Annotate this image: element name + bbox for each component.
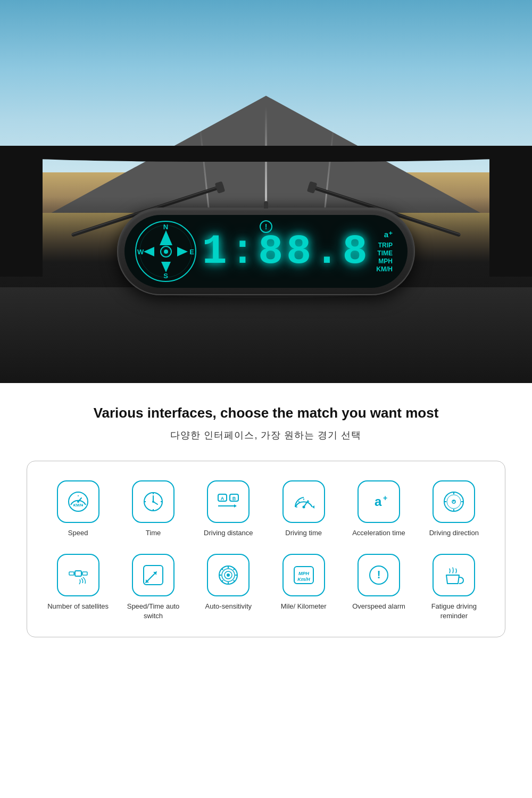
hud-antenna — [264, 201, 268, 209]
clock-icon — [142, 490, 165, 513]
svg-text:B: B — [232, 496, 236, 501]
speed-label: Speed — [68, 528, 88, 538]
compass-arrow-west — [144, 247, 154, 256]
features-container: KM/H Speed — [27, 461, 505, 638]
feature-time: Time — [118, 480, 188, 538]
fatigue-label: Fatigue driving reminder — [419, 602, 489, 621]
satellites-label: Number of satellites — [47, 602, 109, 611]
driving-distance-icon-box: A B — [207, 480, 250, 523]
gauge-icon — [292, 490, 315, 513]
fatigue-icon-box — [433, 554, 475, 596]
feature-mile-km: MPH Km/H Mile/ Kilometer — [269, 554, 338, 621]
svg-marker-20 — [234, 504, 237, 508]
svg-point-3 — [77, 501, 79, 503]
compass-display: N S W E — [135, 221, 196, 282]
driving-distance-label: Driving distance — [204, 528, 253, 538]
compass-n: N — [163, 223, 168, 231]
driving-time-icon-box — [282, 480, 325, 523]
svg-rect-38 — [75, 571, 81, 576]
svg-text:KM/H: KM/H — [73, 503, 83, 507]
svg-text:MPH: MPH — [298, 571, 310, 576]
main-headline: Various interfaces, choose the match you… — [27, 404, 505, 422]
satellite-icon — [66, 563, 90, 587]
satellites-icon-box — [57, 554, 99, 596]
svg-text:!: ! — [377, 569, 381, 580]
acceleration-label: Acceleration time — [352, 528, 405, 538]
svg-line-25 — [298, 501, 300, 502]
label-a-plus: a⁺ — [384, 230, 393, 239]
compass-center — [160, 246, 172, 257]
a-plus-icon: a + — [367, 490, 390, 513]
label-trip: TRIP — [378, 242, 393, 249]
windshield-top-bar — [0, 146, 532, 162]
svg-text:a: a — [375, 494, 382, 509]
compass-arrow-north — [160, 230, 172, 245]
svg-line-56 — [222, 568, 223, 570]
label-kmh: KM/H — [376, 265, 393, 273]
digital-display: 1:88.8 — [196, 231, 376, 272]
svg-point-51 — [227, 573, 230, 577]
lens-icon — [217, 563, 240, 587]
dashboard — [0, 287, 532, 383]
mile-km-label: Mile/ Kilometer — [281, 602, 327, 611]
feature-overspeed: ! Overspeed alarm — [344, 554, 413, 621]
feature-direction: Driving direction — [419, 480, 489, 538]
label-time: TIME — [377, 250, 393, 257]
feature-acceleration: a + Acceleration time — [344, 480, 413, 538]
switch-icon-box — [132, 554, 174, 596]
mile-km-icon-box: MPH Km/H — [282, 554, 325, 596]
svg-rect-39 — [69, 572, 74, 575]
ab-arrow-icon: A B — [217, 490, 240, 513]
compass-s: S — [163, 272, 168, 280]
label-mph: MPH — [378, 257, 393, 265]
mph-kmh-icon: MPH Km/H — [292, 563, 315, 587]
svg-text:A: A — [221, 496, 225, 501]
overspeed-label: Overspeed alarm — [352, 602, 405, 611]
svg-text:Km/H: Km/H — [297, 577, 310, 582]
direction-icon-box — [433, 480, 475, 523]
svg-rect-40 — [82, 572, 87, 575]
speed-icon-box: KM/H — [57, 480, 99, 523]
svg-line-58 — [234, 568, 235, 570]
feature-driving-time: Driving time — [269, 480, 338, 538]
feature-speed: KM/H Speed — [43, 480, 113, 538]
svg-line-57 — [234, 580, 235, 582]
hud-device: N S W E ! 1:88.8 — [117, 207, 415, 295]
auto-sensitivity-icon-box — [207, 554, 250, 596]
svg-point-22 — [302, 505, 305, 508]
feature-fatigue: Fatigue driving reminder — [419, 554, 489, 621]
feature-driving-distance: A B Driving distance — [194, 480, 263, 538]
svg-text:+: + — [383, 494, 387, 502]
svg-point-10 — [152, 501, 154, 503]
svg-line-59 — [222, 580, 223, 582]
compass-arrow-south — [161, 262, 171, 272]
time-icon-box — [132, 480, 174, 523]
subtitle: 다양한 인터페이스, 가장 원하는 경기 선택 — [27, 429, 505, 442]
coffee-icon — [442, 563, 466, 587]
alarm-icon: ! — [367, 563, 390, 587]
compass-e: E — [189, 247, 194, 255]
windshield-right-pillar — [489, 146, 532, 277]
feature-satellites: Number of satellites — [43, 554, 113, 621]
overspeed-icon-box: ! — [358, 554, 400, 596]
side-labels: a⁺ TRIP TIME MPH KM/H — [376, 230, 393, 273]
time-label: Time — [146, 528, 161, 538]
compass-direction-icon — [442, 490, 466, 513]
alert-icon: ! — [260, 220, 272, 233]
speedometer-icon: KM/H — [66, 490, 90, 513]
feature-switch: Speed/Time auto switch — [118, 554, 188, 621]
hud-screen: N S W E ! 1:88.8 — [124, 215, 408, 288]
direction-label: Driving direction — [429, 528, 479, 538]
auto-sensitivity-label: Auto-sensitivity — [205, 602, 252, 611]
svg-marker-23 — [312, 505, 314, 509]
hero-section: N S W E ! 1:88.8 — [0, 0, 532, 383]
lower-section: Various interfaces, choose the match you… — [0, 383, 532, 659]
feature-auto-sensitivity: Auto-sensitivity — [194, 554, 263, 621]
compass-arrow-east — [177, 247, 188, 256]
switch-icon — [142, 563, 165, 587]
acceleration-icon-box: a + — [358, 480, 400, 523]
switch-label: Speed/Time auto switch — [118, 602, 188, 621]
features-grid: KM/H Speed — [43, 480, 489, 621]
compass-w: W — [137, 247, 144, 255]
driving-time-label: Driving time — [285, 528, 322, 538]
